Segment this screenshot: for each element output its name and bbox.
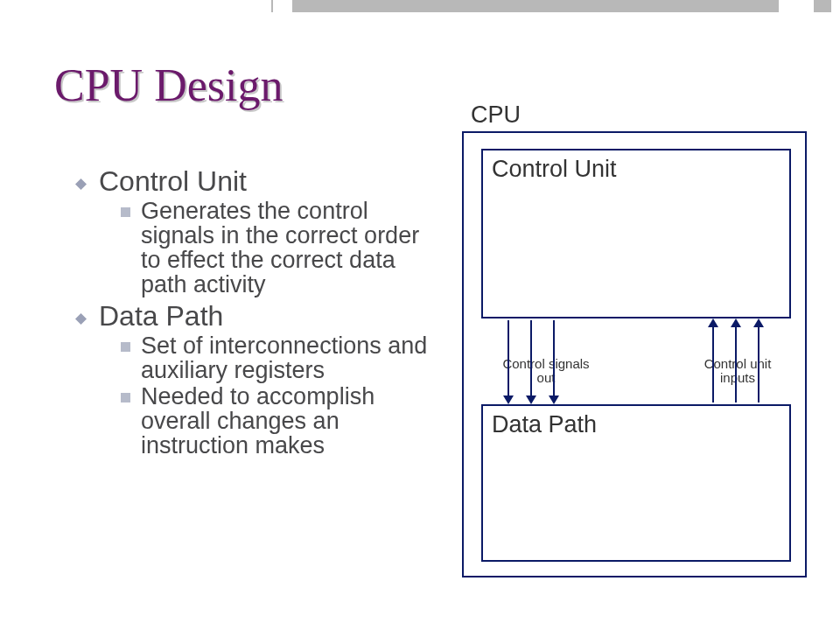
decorative-top-bar-gap — [779, 0, 814, 12]
arrow-up-icon — [712, 326, 714, 402]
subbullet-text: Needed to accomplish overall changes an … — [141, 384, 430, 458]
decorative-top-bar — [271, 0, 831, 12]
control-unit-box-label: Control Unit — [492, 156, 617, 182]
decorative-top-bar-gap — [273, 0, 292, 12]
diamond-bullet-icon — [75, 178, 87, 189]
arrow-up-icon — [735, 326, 737, 402]
square-bullet-icon — [121, 393, 130, 402]
control-unit-inputs-label: Control unit inputs — [690, 357, 786, 385]
cpu-label: CPU — [471, 102, 521, 129]
control-unit-box: Control Unit — [481, 149, 791, 318]
data-path-box-label: Data Path — [492, 411, 597, 438]
subbullet-data-path-desc-2: Needed to accomplish overall changes an … — [121, 384, 430, 458]
bullet-label: Control Unit — [99, 167, 247, 197]
control-signals-out-label: Control signals out — [494, 357, 598, 385]
square-bullet-icon — [121, 342, 130, 352]
subbullet-control-unit-desc: Generates the control signals in the cor… — [121, 199, 430, 297]
svg-marker-1 — [75, 313, 87, 325]
bullet-control-unit: Control Unit — [75, 167, 430, 197]
arrow-down-icon — [508, 320, 509, 397]
data-path-box: Data Path — [481, 404, 791, 562]
svg-marker-0 — [75, 178, 87, 190]
arrow-down-icon — [553, 320, 555, 397]
slide: CPU Design Control Unit Generates the co… — [0, 0, 840, 630]
bullet-data-path: Data Path — [75, 302, 430, 332]
subbullet-text: Set of interconnections and auxiliary re… — [141, 333, 430, 382]
subbullet-text: Generates the control signals in the cor… — [141, 199, 430, 297]
diamond-bullet-icon — [75, 312, 87, 324]
slide-body: Control Unit Generates the control signa… — [75, 162, 430, 458]
cpu-diagram: CPU Control Unit Data Path Control signa… — [462, 102, 807, 581]
slide-title: CPU Design — [54, 60, 283, 111]
arrow-up-icon — [758, 326, 760, 402]
subbullet-data-path-desc-1: Set of interconnections and auxiliary re… — [121, 333, 430, 382]
arrow-down-icon — [530, 320, 532, 397]
bullet-label: Data Path — [99, 302, 223, 332]
cpu-box: Control Unit Data Path Control signals o… — [462, 131, 807, 578]
square-bullet-icon — [121, 207, 130, 217]
